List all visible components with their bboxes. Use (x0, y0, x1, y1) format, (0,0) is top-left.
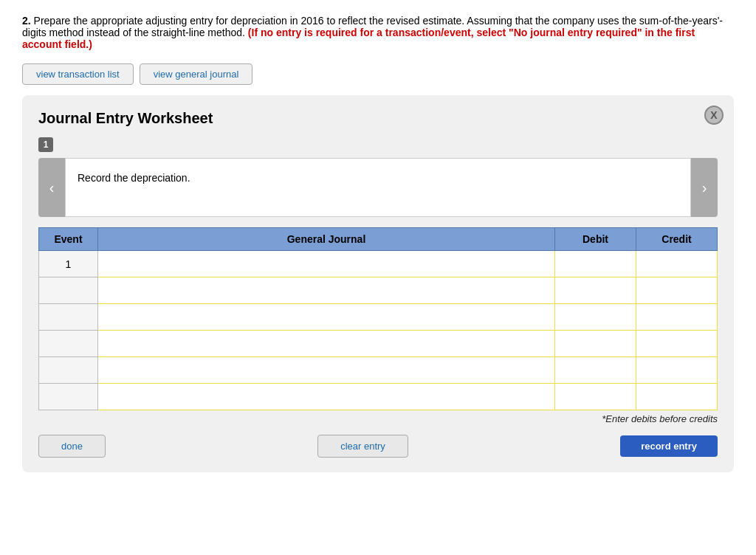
next-card-button[interactable]: › (691, 158, 718, 217)
record-entry-button[interactable]: record entry (620, 435, 718, 457)
action-buttons-row: view transaction list view general journ… (22, 63, 734, 85)
journal-entry-cell[interactable] (98, 304, 555, 331)
view-general-journal-button[interactable]: view general journal (140, 63, 253, 85)
table-row (39, 331, 718, 357)
credit-input[interactable] (641, 390, 712, 404)
credit-cell[interactable] (636, 384, 718, 410)
event-cell (39, 278, 98, 304)
col-header-general-journal: General Journal (98, 228, 555, 251)
question-number: 2. (22, 15, 31, 27)
debit-input[interactable] (560, 390, 631, 404)
clear-entry-button[interactable]: clear entry (317, 435, 408, 458)
table-row (39, 278, 718, 304)
journal-table: Event General Journal Debit Credit 1 (38, 227, 718, 410)
col-header-debit: Debit (555, 228, 636, 251)
close-button[interactable]: X (704, 106, 724, 125)
debit-input[interactable] (560, 257, 631, 271)
card-text: Record the depreciation. (78, 172, 190, 184)
event-cell: 1 (39, 251, 98, 278)
view-transaction-list-button[interactable]: view transaction list (22, 63, 134, 85)
journal-input[interactable] (103, 310, 550, 324)
event-cell (39, 357, 98, 384)
journal-input[interactable] (103, 257, 550, 271)
table-row (39, 384, 718, 410)
debit-cell[interactable] (555, 384, 636, 410)
credit-input[interactable] (641, 257, 712, 271)
card-content: Record the depreciation. (65, 158, 691, 217)
journal-entry-cell[interactable] (98, 278, 555, 304)
page-indicator: 1 (38, 137, 53, 152)
debit-input[interactable] (560, 337, 631, 351)
event-cell (39, 384, 98, 410)
credit-input[interactable] (641, 283, 712, 297)
table-row (39, 357, 718, 384)
journal-input[interactable] (103, 390, 550, 404)
credit-cell[interactable] (636, 357, 718, 384)
credit-input[interactable] (641, 363, 712, 377)
event-cell (39, 331, 98, 357)
credit-cell[interactable] (636, 304, 718, 331)
journal-entry-worksheet: Journal Entry Worksheet X 1 ‹ Record the… (22, 95, 734, 472)
credit-input[interactable] (641, 337, 712, 351)
done-button[interactable]: done (38, 435, 106, 458)
journal-input[interactable] (103, 337, 550, 351)
journal-entry-cell[interactable] (98, 251, 555, 278)
card-navigation: ‹ Record the depreciation. › (38, 158, 718, 217)
worksheet-title: Journal Entry Worksheet (38, 110, 718, 127)
debit-cell[interactable] (555, 304, 636, 331)
debit-input[interactable] (560, 363, 631, 377)
hint-text: *Enter debits before credits (38, 413, 718, 424)
journal-input[interactable] (103, 363, 550, 377)
journal-entry-cell[interactable] (98, 357, 555, 384)
table-row: 1 (39, 251, 718, 278)
debit-cell[interactable] (555, 278, 636, 304)
table-row (39, 304, 718, 331)
col-header-event: Event (39, 228, 98, 251)
credit-input[interactable] (641, 310, 712, 324)
debit-cell[interactable] (555, 331, 636, 357)
bottom-action-row: done clear entry record entry (38, 435, 718, 458)
event-cell (39, 304, 98, 331)
col-header-credit: Credit (636, 228, 718, 251)
debit-cell[interactable] (555, 357, 636, 384)
debit-input[interactable] (560, 310, 631, 324)
journal-entry-cell[interactable] (98, 384, 555, 410)
journal-input[interactable] (103, 283, 550, 297)
credit-cell[interactable] (636, 251, 718, 278)
question-block: 2. Prepare the appropriate adjusting ent… (22, 15, 734, 50)
credit-cell[interactable] (636, 331, 718, 357)
journal-entry-cell[interactable] (98, 331, 555, 357)
previous-card-button[interactable]: ‹ (38, 158, 65, 217)
debit-input[interactable] (560, 283, 631, 297)
credit-cell[interactable] (636, 278, 718, 304)
debit-cell[interactable] (555, 251, 636, 278)
